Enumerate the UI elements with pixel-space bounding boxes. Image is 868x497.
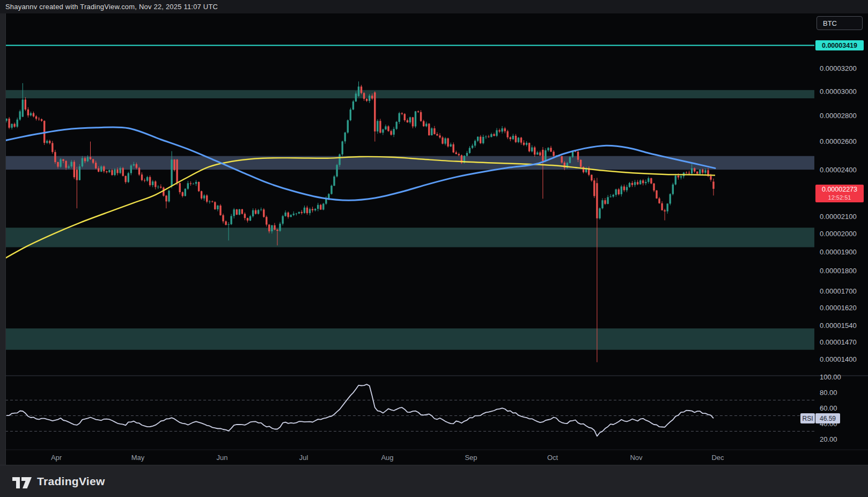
- rsi-pane: [5, 384, 814, 436]
- svg-text:0.00003200: 0.00003200: [820, 64, 857, 72]
- svg-text:0.00002000: 0.00002000: [820, 230, 857, 238]
- svg-text:100.00: 100.00: [820, 373, 841, 381]
- time-axis[interactable]: AprMayJunJulAugSepOctNovDec: [51, 454, 724, 462]
- svg-text:60.00: 60.00: [820, 404, 837, 412]
- svg-text:0.00001700: 0.00001700: [820, 287, 857, 295]
- rsi-axis[interactable]: 100.0080.0060.0040.0020.00: [820, 373, 841, 443]
- svg-text:0.00002100: 0.00002100: [820, 213, 857, 221]
- svg-text:0.00001800: 0.00001800: [820, 267, 857, 275]
- svg-text:Aug: Aug: [381, 454, 393, 462]
- support-zone-1480: [5, 328, 814, 350]
- attribution-bar: Shayannv created with TradingView.com, N…: [0, 0, 868, 13]
- svg-text:Jul: Jul: [299, 454, 308, 462]
- tradingview-wordmark[interactable]: TradingView: [37, 475, 105, 488]
- svg-text:0.00002800: 0.00002800: [820, 112, 857, 120]
- symbol-button[interactable]: BTC: [816, 16, 863, 30]
- last-price-label: 0.00002273 12:52:51: [815, 185, 864, 202]
- attribution-text: Shayannv created with TradingView.com, N…: [0, 3, 218, 11]
- svg-text:Oct: Oct: [547, 454, 558, 462]
- svg-text:Dec: Dec: [711, 454, 724, 462]
- rsi-value: 46.59: [815, 413, 840, 423]
- svg-text:Apr: Apr: [51, 454, 62, 462]
- svg-text:0.00002400: 0.00002400: [820, 166, 857, 174]
- rsi-value-badge: RSI 46.59: [800, 413, 840, 423]
- svg-text:0.00003000: 0.00003000: [820, 87, 857, 96]
- tradingview-logo-icon[interactable]: [12, 473, 32, 489]
- rsi-label: RSI: [800, 413, 815, 423]
- svg-text:0.00001900: 0.00001900: [820, 248, 857, 256]
- svg-text:0.00001470: 0.00001470: [820, 338, 857, 346]
- svg-text:0.00001400: 0.00001400: [820, 355, 857, 363]
- candle-countdown: 12:52:51: [828, 194, 851, 202]
- svg-text:Sep: Sep: [465, 454, 477, 462]
- svg-text:0.00001620: 0.00001620: [820, 304, 857, 312]
- chart-canvas[interactable]: 0.000032000.000030000.000028000.00002600…: [0, 0, 868, 497]
- rsi-line: [6, 384, 713, 436]
- svg-text:20.00: 20.00: [820, 435, 837, 443]
- svg-text:80.00: 80.00: [820, 389, 837, 397]
- support-zone-2000: [5, 228, 814, 247]
- last-price-value: 0.00002273: [822, 186, 857, 194]
- tradingview-chart-window: Shayannv created with TradingView.com, N…: [0, 0, 868, 497]
- drawing-toolbar-collapsed[interactable]: [0, 13, 6, 465]
- svg-text:Jun: Jun: [217, 454, 228, 462]
- resistance-zone-3000: [5, 90, 814, 98]
- svg-text:Nov: Nov: [630, 454, 643, 462]
- svg-text:0.00001540: 0.00001540: [820, 321, 857, 330]
- svg-text:0.00002600: 0.00002600: [820, 137, 857, 145]
- resistance-price-label: 0.00003419: [815, 40, 864, 50]
- svg-text:May: May: [131, 454, 145, 462]
- price-axis[interactable]: 0.000032000.000030000.000028000.00002600…: [820, 64, 857, 363]
- pane-separators: [0, 376, 868, 450]
- footer: TradingView: [0, 465, 868, 497]
- candlestick-series: [5, 82, 714, 362]
- support-resistance-zones: [5, 90, 814, 350]
